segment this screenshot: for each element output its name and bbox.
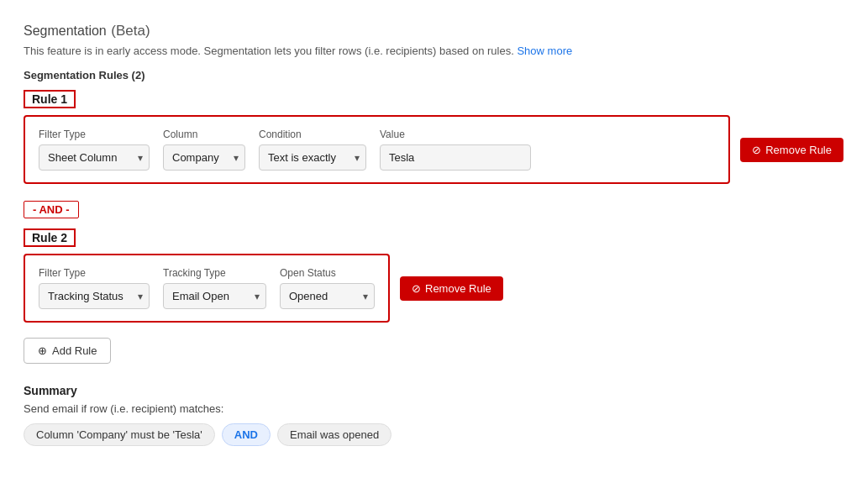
rule2-filter-type-select[interactable]: Tracking Status Sheet Column [39, 283, 150, 309]
rule1-filter-type-label: Filter Type [39, 129, 150, 140]
rule1-remove-button[interactable]: ⊘ Remove Rule [740, 138, 843, 162]
rule2-filter-type-group: Filter Type Tracking Status Sheet Column [39, 267, 150, 309]
add-rule-label: Add Rule [52, 344, 97, 357]
filter-icon: ⊘ [752, 144, 761, 156]
and-divider: - AND - [24, 201, 79, 218]
rule1-condition-label: Condition [259, 129, 366, 140]
page-title-area: Segmentation (Beta) This feature is in e… [24, 20, 843, 57]
rule1-filter-type-select[interactable]: Sheet Column Tracking Status [39, 144, 150, 171]
rule2-box: Filter Type Tracking Status Sheet Column… [24, 254, 390, 323]
rule2-remove-label: Remove Rule [425, 282, 491, 295]
rule1-filter-type-group: Filter Type Sheet Column Tracking Status [39, 129, 150, 171]
subtitle: This feature is in early access mode. Se… [24, 45, 843, 57]
rule1-remove-container: ⊘ Remove Rule [740, 138, 843, 162]
rule1-label: Rule 1 [24, 90, 76, 108]
rule1-box: Filter Type Sheet Column Tracking Status… [24, 115, 730, 184]
summary-section: Summary Send email if row (i.e. recipien… [24, 384, 843, 446]
rule2-remove-container: ⊘ Remove Rule [400, 276, 503, 301]
rule1-value-group: Value [380, 129, 531, 171]
summary-title: Summary [24, 384, 843, 397]
page-title: Segmentation (Beta) [24, 20, 843, 39]
rules-label: Segmentation Rules (2) [24, 69, 843, 81]
rule1-column-wrapper: Company Email Name [163, 144, 245, 171]
rule1-value-label: Value [380, 129, 531, 140]
rule1-condition-group: Condition Text is exactly Text contains … [259, 129, 366, 171]
funnel-icon: ⊕ [38, 344, 47, 357]
rule1-remove-label: Remove Rule [765, 144, 832, 156]
rule1-column-select[interactable]: Company Email Name [163, 144, 245, 171]
title-text: Segmentation [24, 24, 107, 38]
rule2-remove-button[interactable]: ⊘ Remove Rule [400, 276, 503, 301]
rule2-tracking-type-select[interactable]: Email Open Email Click Email Bounce [163, 283, 266, 309]
summary-tag-and: AND [222, 423, 271, 446]
summary-tags: Column 'Company' must be 'Tesla' AND Ema… [24, 423, 843, 446]
rule2-open-status-select[interactable]: Opened Not Opened [280, 283, 375, 309]
rule2-tracking-type-label: Tracking Type [163, 267, 266, 279]
rule2-open-status-group: Open Status Opened Not Opened [280, 267, 375, 309]
rule1-value-input[interactable] [380, 144, 531, 171]
rule2-open-status-wrapper: Opened Not Opened [280, 283, 375, 309]
rule2-filter-type-label: Filter Type [39, 267, 150, 279]
rule2-filter-type-wrapper: Tracking Status Sheet Column [39, 283, 150, 309]
rule1-column-label: Column [163, 129, 245, 140]
subtitle-text: This feature is in early access mode. Se… [24, 45, 514, 57]
summary-tag2: Email was opened [277, 423, 391, 446]
filter-icon2: ⊘ [412, 282, 421, 295]
title-suffix: (Beta) [111, 23, 150, 39]
show-more-link[interactable]: Show more [517, 45, 572, 57]
summary-description: Send email if row (i.e. recipient) match… [24, 402, 843, 415]
rule2-tracking-type-wrapper: Email Open Email Click Email Bounce [163, 283, 266, 309]
rule1-filter-type-wrapper: Sheet Column Tracking Status [39, 144, 150, 171]
rule2-label: Rule 2 [24, 228, 76, 247]
rule1-column-group: Column Company Email Name [163, 129, 245, 171]
rule1-condition-wrapper: Text is exactly Text contains Text start… [259, 144, 366, 171]
add-rule-button[interactable]: ⊕ Add Rule [24, 338, 111, 364]
rule2-open-status-label: Open Status [280, 267, 375, 279]
rule2-tracking-type-group: Tracking Type Email Open Email Click Ema… [163, 267, 266, 309]
rule1-condition-select[interactable]: Text is exactly Text contains Text start… [259, 144, 366, 171]
summary-tag1: Column 'Company' must be 'Tesla' [24, 423, 215, 446]
